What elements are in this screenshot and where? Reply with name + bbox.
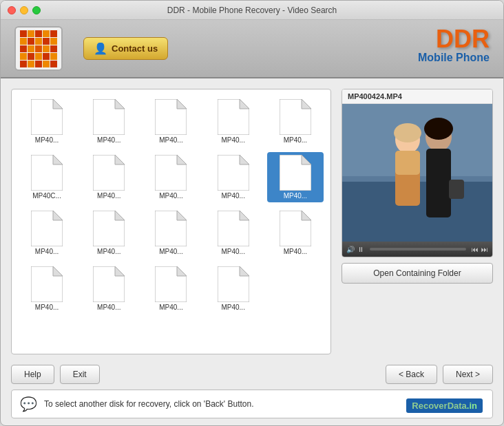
file-icon (218, 155, 249, 191)
file-item[interactable]: MP40... (81, 152, 137, 202)
file-item[interactable]: MP40... (143, 208, 199, 258)
preview-section: MP400424.MP4 (342, 89, 493, 257)
file-label: MP40... (221, 248, 244, 255)
contact-us-button[interactable]: 👤 Contact us (83, 37, 168, 60)
svg-rect-20 (20, 61, 27, 67)
file-item[interactable]: MP40... (143, 152, 199, 202)
header: 👤 Contact us DDR Mobile Phone (1, 20, 503, 78)
back-button[interactable]: < Back (386, 365, 437, 384)
file-label: MP40... (159, 192, 182, 200)
file-label: MP40C... (32, 192, 61, 200)
file-label: MP40... (159, 136, 182, 144)
nav-buttons: Help Exit < Back Next > (11, 365, 493, 384)
file-item[interactable]: MP40... (205, 96, 262, 147)
file-item[interactable]: MP40... (205, 152, 262, 202)
minimize-button[interactable] (20, 6, 28, 14)
file-item[interactable]: MP40... (81, 264, 137, 314)
file-label: MP40... (97, 192, 120, 200)
file-icon (280, 99, 311, 135)
file-label: MP40... (284, 192, 307, 200)
svg-rect-11 (28, 45, 34, 52)
svg-rect-4 (50, 30, 57, 37)
svg-marker-50 (177, 211, 187, 220)
fast-forward-icon[interactable]: ⏭ (481, 246, 488, 253)
volume-icon[interactable]: 🔊 (346, 246, 355, 253)
file-item[interactable]: MP40... (205, 208, 262, 258)
file-item[interactable]: MP40... (19, 96, 75, 147)
exit-button[interactable]: Exit (60, 365, 100, 384)
right-panel: MP400424.MP4 (342, 89, 493, 354)
svg-marker-42 (240, 155, 249, 164)
file-icon (31, 99, 63, 135)
file-label: MP40... (221, 192, 244, 200)
svg-rect-71 (426, 149, 451, 217)
file-label: MP40... (159, 248, 182, 255)
svg-marker-36 (53, 155, 63, 164)
file-item[interactable]: MP40... (205, 264, 262, 314)
svg-rect-23 (43, 61, 50, 67)
contact-icon: 👤 (94, 42, 107, 55)
svg-rect-15 (20, 53, 27, 60)
ddr-title-text: DDR (418, 27, 490, 52)
maximize-button[interactable] (32, 6, 41, 14)
file-item[interactable]: MP40... (19, 264, 75, 314)
file-label: MP40... (97, 303, 120, 311)
file-item[interactable]: MP40C... (19, 152, 75, 202)
file-item[interactable]: MP40... (81, 96, 137, 147)
svg-marker-54 (302, 211, 311, 220)
file-item[interactable]: MP40... (19, 208, 75, 258)
ddr-subtitle-text: Mobile Phone (418, 52, 490, 64)
play-pause-icon[interactable]: ⏸ (357, 246, 364, 253)
svg-rect-2 (35, 30, 42, 37)
file-icon (218, 211, 249, 246)
close-button[interactable] (8, 6, 16, 14)
main-window: DDR - Mobile Phone Recovery - Video Sear… (0, 0, 504, 426)
file-icon (31, 211, 63, 246)
svg-marker-58 (115, 266, 125, 276)
app-logo-icon (20, 30, 57, 67)
badge-text1: RecoverData (412, 401, 467, 411)
svg-marker-60 (177, 266, 187, 276)
title-bar: DDR - Mobile Phone Recovery - Video Sear… (1, 1, 503, 20)
file-label: MP40... (35, 303, 59, 311)
svg-marker-40 (177, 155, 187, 164)
svg-rect-9 (50, 38, 57, 45)
svg-rect-19 (50, 53, 57, 60)
file-item[interactable]: MP40... (267, 208, 324, 258)
file-label: MP40... (97, 136, 120, 144)
file-item[interactable]: MP40... (267, 152, 324, 202)
preview-filename: MP400424.MP4 (342, 89, 492, 104)
svg-rect-13 (43, 45, 50, 52)
open-folder-button[interactable]: Open Containing Folder (342, 263, 493, 284)
svg-rect-17 (35, 53, 42, 60)
svg-rect-6 (28, 38, 34, 45)
file-label: MP40... (35, 248, 59, 255)
svg-marker-44 (302, 155, 311, 164)
svg-rect-8 (43, 38, 50, 45)
file-icon (31, 266, 63, 302)
rewind-icon[interactable]: ⏮ (472, 246, 479, 253)
svg-rect-3 (43, 30, 50, 37)
svg-rect-16 (28, 53, 34, 60)
svg-rect-24 (50, 61, 57, 67)
file-grid-scroll[interactable]: MP40... MP40... MP40... MP40... MP40... … (12, 89, 330, 354)
help-button[interactable]: Help (11, 365, 54, 384)
file-item[interactable]: MP40... (81, 208, 137, 258)
logo-box (14, 26, 63, 71)
file-item[interactable]: MP40... (267, 96, 324, 147)
status-message: To select another disk for recovery, cli… (44, 399, 254, 409)
svg-rect-73 (449, 180, 464, 199)
file-item[interactable]: MP40... (143, 96, 199, 147)
progress-bar[interactable] (370, 248, 466, 251)
svg-rect-7 (35, 38, 42, 45)
svg-marker-26 (53, 99, 63, 109)
traffic-lights (8, 6, 41, 14)
file-label: MP40... (35, 136, 59, 144)
svg-rect-22 (35, 61, 42, 67)
file-icon (155, 266, 187, 302)
svg-rect-14 (50, 45, 57, 52)
ddr-logo: DDR Mobile Phone (418, 27, 490, 64)
file-item[interactable]: MP40... (143, 264, 199, 314)
file-icon (93, 211, 125, 246)
next-button[interactable]: Next > (443, 365, 493, 384)
